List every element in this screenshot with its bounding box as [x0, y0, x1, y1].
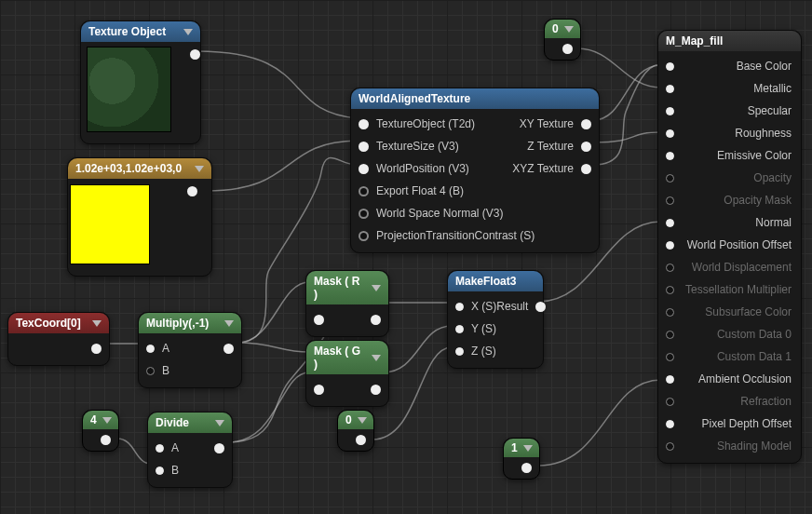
collapse-icon[interactable]: [523, 445, 533, 452]
material-pin-tessellation-multiplier[interactable]: Tessellation Multiplier: [658, 278, 801, 301]
node-constant-0-top[interactable]: 0: [544, 19, 581, 61]
collapse-icon[interactable]: [183, 29, 193, 35]
material-pin-opacity-mask[interactable]: Opacity Mask: [658, 189, 801, 211]
node-header[interactable]: M_Map_fill: [658, 31, 801, 51]
input-pin-a[interactable]: [146, 345, 155, 353]
input-pin[interactable]: [666, 62, 674, 71]
material-pin-ambient-occlusion[interactable]: Ambient Occlusion: [658, 368, 801, 390]
input-pin[interactable]: [666, 219, 674, 227]
node-header[interactable]: Mask ( G ): [306, 341, 388, 374]
input-pin[interactable]: [666, 107, 674, 115]
output-pin[interactable]: [190, 49, 200, 60]
collapse-icon[interactable]: [215, 420, 224, 426]
node-constant-1[interactable]: 1: [503, 438, 540, 480]
material-pin-world-displacement[interactable]: World Displacement: [658, 256, 801, 278]
input-pin[interactable]: [314, 315, 324, 325]
collapse-icon[interactable]: [358, 417, 367, 424]
output-pin[interactable]: [91, 344, 102, 354]
input-pin-worldposition[interactable]: [359, 164, 369, 174]
input-pin-projectiontransition[interactable]: [359, 231, 369, 241]
material-pin-base-color[interactable]: Base Color: [658, 55, 801, 77]
material-pin-specular[interactable]: Specular: [658, 100, 801, 122]
node-header[interactable]: Divide: [148, 413, 232, 433]
input-pin-y[interactable]: [455, 325, 464, 333]
output-pin[interactable]: [371, 385, 381, 395]
node-constant3vector[interactable]: 1.02e+03,1.02e+03,0: [67, 157, 212, 277]
input-pin[interactable]: [666, 420, 674, 428]
input-pin[interactable]: [666, 129, 674, 138]
input-pin[interactable]: [666, 174, 674, 183]
input-pin[interactable]: [666, 353, 674, 361]
output-pin[interactable]: [187, 186, 197, 196]
node-header[interactable]: 1.02e+03,1.02e+03,0: [68, 158, 211, 179]
node-mask-r[interactable]: Mask ( R ): [305, 270, 389, 337]
node-header[interactable]: Multiply(,-1): [139, 313, 241, 333]
material-pin-roughness[interactable]: Roughness: [658, 122, 801, 144]
output-pin[interactable]: [356, 435, 366, 445]
input-pin-texturesize[interactable]: [359, 142, 369, 152]
node-makefloat3[interactable]: MakeFloat3 X (S) Result Y (S) Z (S): [447, 270, 544, 369]
material-pin-opacity[interactable]: Opacity: [658, 167, 801, 189]
node-header[interactable]: TexCoord[0]: [8, 313, 109, 333]
input-pin-z[interactable]: [455, 347, 464, 356]
material-pin-custom-data-1[interactable]: Custom Data 1: [658, 345, 801, 368]
output-pin[interactable]: [214, 443, 224, 453]
input-pin-worldspacenormal[interactable]: [359, 209, 369, 219]
node-divide[interactable]: Divide A B: [147, 412, 233, 488]
node-texture-object[interactable]: Texture Object: [80, 20, 201, 144]
input-pin-b[interactable]: [146, 367, 155, 375]
material-pin-world-position-offset[interactable]: World Position Offset: [658, 234, 801, 256]
node-constant-0-bottom[interactable]: 0: [337, 410, 374, 452]
collapse-icon[interactable]: [224, 320, 234, 327]
collapse-icon[interactable]: [102, 417, 112, 424]
input-pin[interactable]: [666, 196, 674, 205]
input-pin[interactable]: [666, 264, 674, 272]
node-constant-4[interactable]: 4: [82, 410, 119, 452]
material-pin-emissive-color[interactable]: Emissive Color: [658, 144, 801, 167]
output-pin-xy[interactable]: [581, 119, 591, 129]
output-pin[interactable]: [535, 302, 546, 312]
node-header[interactable]: Mask ( R ): [306, 271, 388, 304]
input-pin[interactable]: [666, 442, 674, 451]
node-material-output[interactable]: M_Map_fill Base ColorMetallicSpecularRou…: [657, 30, 802, 464]
input-pin[interactable]: [666, 375, 674, 384]
input-pin-a[interactable]: [156, 444, 164, 453]
material-pin-refraction[interactable]: Refraction: [658, 390, 801, 413]
input-pin-x[interactable]: [455, 303, 464, 311]
material-pin-metallic[interactable]: Metallic: [658, 77, 801, 100]
output-pin[interactable]: [562, 44, 573, 54]
material-pin-pixel-depth-offset[interactable]: Pixel Depth Offset: [658, 413, 801, 435]
collapse-icon[interactable]: [564, 26, 574, 33]
output-pin-z[interactable]: [581, 142, 591, 152]
output-pin-xyz[interactable]: [581, 164, 591, 174]
output-pin[interactable]: [101, 435, 111, 445]
input-pin[interactable]: [666, 85, 674, 93]
collapse-icon[interactable]: [92, 320, 102, 327]
node-world-aligned-texture[interactable]: WorldAlignedTexture TextureObject (T2d) …: [350, 88, 600, 253]
collapse-icon[interactable]: [372, 285, 381, 291]
input-pin-exportfloat4[interactable]: [359, 186, 369, 196]
node-mask-g[interactable]: Mask ( G ): [305, 340, 389, 407]
input-pin[interactable]: [666, 286, 674, 294]
output-pin[interactable]: [371, 315, 381, 325]
input-pin[interactable]: [666, 308, 674, 317]
material-pin-subsurface-color[interactable]: Subsurface Color: [658, 301, 801, 323]
collapse-icon[interactable]: [372, 355, 381, 361]
input-pin[interactable]: [314, 385, 324, 395]
material-pin-shading-model[interactable]: Shading Model: [658, 435, 801, 457]
collapse-icon[interactable]: [195, 166, 204, 172]
material-pin-normal[interactable]: Normal: [658, 211, 801, 234]
node-multiply[interactable]: Multiply(,-1) A B: [138, 312, 242, 388]
material-pin-custom-data-0[interactable]: Custom Data 0: [658, 323, 801, 345]
input-pin-textureobject[interactable]: [359, 119, 369, 129]
input-pin[interactable]: [666, 398, 674, 406]
input-pin[interactable]: [666, 331, 674, 339]
node-header[interactable]: Texture Object: [81, 21, 200, 42]
output-pin[interactable]: [223, 344, 234, 354]
node-header[interactable]: WorldAlignedTexture: [351, 88, 599, 109]
output-pin[interactable]: [521, 463, 532, 473]
input-pin[interactable]: [666, 152, 674, 160]
input-pin[interactable]: [666, 241, 674, 250]
input-pin-b[interactable]: [156, 467, 164, 475]
node-texcoord[interactable]: TexCoord[0]: [7, 312, 110, 366]
